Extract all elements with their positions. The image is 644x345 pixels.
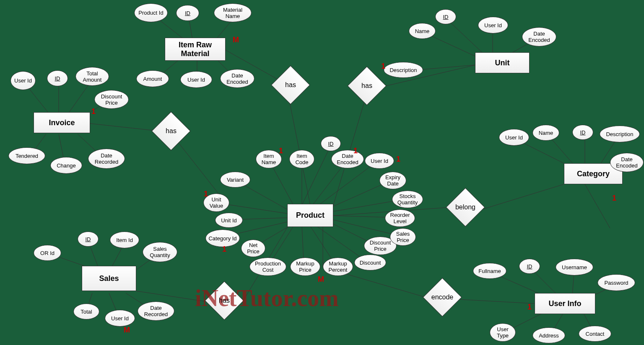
attr-p-item-name: Item Name (256, 150, 282, 168)
attr-p-markup-price: Markup Price (290, 257, 320, 276)
attr-p-user-id: User Id (365, 153, 394, 169)
attr-u-fullname: Fullname (473, 263, 506, 279)
attr-s-sales-qty: Sales Quantity (143, 242, 177, 262)
attr-u-user-type: User Type (490, 323, 516, 342)
attr-irm-id: ID (176, 5, 199, 21)
attr-inv-total-amount: Total Amount (75, 67, 109, 86)
attr-p-unit-id: Unit Id (215, 213, 243, 228)
attr-p-discount: Discount (354, 255, 386, 270)
entity-unit: Unit (475, 52, 530, 73)
attr-irm-user-id: User Id (180, 71, 212, 88)
svg-line-60 (90, 124, 159, 131)
attr-s-or-id: OR Id (34, 245, 61, 261)
card-1: 1 (396, 155, 400, 164)
attr-s-total: Total (73, 304, 99, 319)
card-1: 1 (222, 245, 226, 254)
attr-inv-discount-price: Discount Price (94, 90, 129, 109)
entity-sales: Sales (82, 266, 136, 291)
rel-has-unit: has (348, 73, 386, 98)
attr-u-username: Username (556, 259, 593, 275)
attr-un-date-encoded: Date Encoded (522, 27, 556, 46)
rel-belong: belong (447, 195, 484, 220)
attr-p-expiry: Expiry Date (379, 172, 406, 189)
attr-irm-date-encoded: Date Encoded (220, 69, 254, 88)
attr-u-address: Address (532, 327, 565, 343)
attr-un-user-id: User Id (478, 17, 508, 33)
card-1: 1 (353, 147, 358, 155)
watermark: iNetTutor.com (195, 285, 339, 312)
attr-cat-desc: Description (600, 126, 640, 142)
attr-p-id: ID (321, 136, 341, 151)
entity-product: Product (287, 204, 333, 227)
card-m: M (124, 326, 130, 335)
card-1: 1 (279, 147, 283, 155)
attr-p-net-price: Net Price (241, 239, 265, 257)
attr-p-date-encoded: Date Encoded (331, 150, 364, 168)
attr-inv-id: ID (47, 70, 68, 86)
attr-inv-user-id: User Id (10, 71, 36, 90)
card-1: 1 (204, 190, 208, 198)
attr-irm-material-name: Material Name (214, 3, 252, 22)
rel-has-invoice: has (152, 118, 190, 144)
attr-un-desc: Description (384, 62, 423, 78)
attr-cat-name: Name (532, 125, 559, 141)
entity-user-info: User Info (535, 293, 595, 314)
attr-p-stocks: Stocks Quantity (392, 191, 423, 208)
attr-inv-change: Change (50, 157, 82, 174)
attr-p-markup-pct: Markup Percent (323, 257, 353, 276)
attr-un-name: Name (409, 23, 436, 39)
attr-cat-id: ID (572, 125, 593, 140)
attr-p-category-id: Category Id (205, 229, 240, 247)
attr-p-item-code: Item Code (289, 150, 314, 168)
attr-u-id: ID (519, 259, 540, 274)
attr-cat-date-encoded: Date Encoded (610, 153, 644, 172)
attr-p-reorder: Reorder Level (385, 209, 415, 227)
attr-irm-product-id: Product Id (134, 3, 168, 22)
card-1: 1 (381, 62, 385, 71)
card-1: 1 (91, 107, 96, 116)
svg-line-67 (459, 299, 535, 304)
attr-irm-amount: Amount (136, 70, 169, 87)
attr-p-prod-cost: Production Cost (249, 257, 286, 276)
attr-s-date-recorded: Date Recorded (138, 301, 174, 321)
entity-invoice: Invoice (34, 112, 90, 133)
svg-line-61 (178, 142, 224, 201)
attr-p-sales-price: Sales Price (390, 228, 416, 246)
svg-line-64 (585, 184, 610, 228)
attr-p-variant: Variant (220, 172, 250, 188)
card-1: 1 (527, 303, 532, 312)
attr-s-item-id: Item Id (110, 232, 139, 248)
card-m: M (318, 275, 324, 284)
attr-u-contact: Contact (579, 326, 611, 342)
card-1: 1 (612, 194, 616, 203)
attr-inv-tendered: Tendered (8, 147, 45, 164)
entity-item-raw-material: Item Raw Material (165, 38, 226, 61)
attr-s-id: ID (78, 232, 99, 247)
card-m: M (233, 36, 239, 44)
attr-cat-user-id: User Id (499, 129, 529, 146)
attr-inv-date-recorded: Date Recorded (88, 149, 125, 169)
rel-has-irm: has (272, 72, 309, 98)
rel-encode: encode (423, 285, 461, 310)
svg-line-63 (482, 184, 564, 209)
attr-un-id: ID (435, 9, 456, 24)
attr-s-user-id: User Id (105, 310, 135, 327)
attr-u-password: Password (597, 274, 635, 291)
